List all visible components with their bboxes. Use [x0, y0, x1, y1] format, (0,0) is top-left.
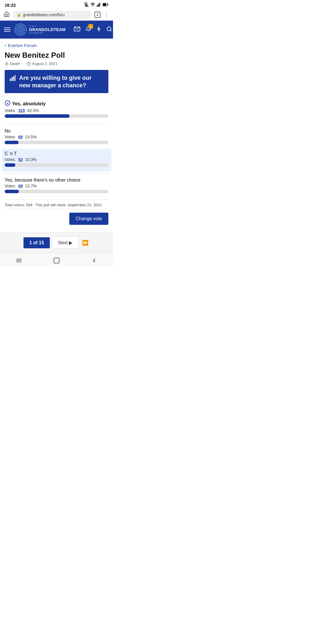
svg-point-18	[6, 62, 8, 64]
option-3-bar	[5, 163, 108, 167]
lightning-icon[interactable]	[97, 26, 101, 34]
svg-rect-9	[108, 4, 108, 5]
post-date-text: August 2, 2021	[32, 61, 57, 66]
post-author: Death	[5, 61, 20, 66]
divider-2	[5, 173, 108, 173]
main-content: ‹ Everton Forum New Benitez Poll Death ·…	[0, 39, 113, 232]
breadcrumb[interactable]: ‹ Everton Forum	[5, 43, 108, 48]
poll-option-2[interactable]: No Votes: 68 13.5%	[5, 126, 108, 149]
tabs-button[interactable]: 2	[94, 12, 101, 18]
back-arrow-icon[interactable]: ‹	[5, 43, 6, 48]
option-1-percent: 62.5%	[27, 108, 39, 113]
option-2-count: 68	[18, 135, 23, 139]
svg-rect-20	[10, 79, 11, 81]
status-time: 16:22	[5, 3, 16, 8]
url-bar[interactable]: 🔒 grandoldteam.com/foru	[13, 11, 92, 19]
status-bar: 16:22	[0, 0, 113, 9]
option-3-percent: 10.3%	[25, 157, 37, 162]
change-vote-row: Change vote	[5, 209, 108, 228]
author-name: Death	[10, 61, 20, 66]
svg-rect-28	[54, 258, 59, 263]
poll-question: Are you willing to give our new manager …	[19, 74, 104, 89]
svg-rect-22	[13, 76, 14, 81]
option-4-percent: 13.7%	[25, 184, 37, 188]
option-2-label: No	[5, 129, 108, 134]
svg-rect-5	[98, 4, 98, 7]
svg-rect-10	[103, 3, 106, 6]
battery-icon	[103, 3, 108, 7]
option-check-icon	[5, 100, 10, 107]
bottom-back-icon[interactable]	[91, 257, 98, 264]
option-3-count: 52	[18, 157, 23, 162]
signal-icon	[97, 3, 101, 8]
svg-point-3	[92, 6, 93, 7]
option-1-votes: Votes: 315 62.5%	[5, 108, 108, 113]
option-2-bar-fill	[5, 141, 19, 144]
option-4-count: 69	[18, 184, 23, 188]
status-icons	[84, 2, 108, 8]
next-label: Next	[58, 240, 68, 245]
logo-text: IT'S A GRANDOLDTEAM TO SUPPORT	[29, 25, 66, 34]
poll-banner: Are you willing to give our new manager …	[5, 70, 108, 93]
notifications-icon[interactable]: 1	[85, 26, 91, 34]
page-next-button[interactable]: Next ▶	[52, 237, 79, 249]
post-meta: Death · August 2, 2021	[5, 61, 108, 66]
option-4-label: Yes, because there's no other choice	[5, 178, 108, 183]
option-4-votes: Votes: 69 13.7%	[5, 184, 108, 188]
svg-marker-15	[97, 26, 100, 32]
option-3-bar-fill	[5, 163, 15, 167]
option-4-bar	[5, 190, 108, 193]
page-current[interactable]: 1 of 15	[23, 237, 50, 248]
option-1-label: Yes, absolutely	[12, 101, 46, 106]
option-1-bar-fill	[5, 114, 70, 118]
bottom-nav	[0, 253, 113, 267]
post-date: August 2, 2021	[27, 61, 57, 66]
site-header: IT'S A GRANDOLDTEAM TO SUPPORT 1	[0, 21, 113, 39]
svg-rect-6	[99, 3, 99, 7]
header-icons: 1	[74, 26, 112, 34]
option-4-bar-fill	[5, 190, 19, 193]
poll-options: Yes, absolutely Votes: 315 62.5% No Vote…	[5, 98, 108, 209]
mail-icon[interactable]	[74, 26, 80, 33]
option-2-percent: 13.5%	[25, 135, 37, 139]
bottom-home-icon[interactable]	[53, 257, 60, 264]
url-text: grandoldteam.com/foru	[23, 12, 65, 17]
svg-rect-7	[99, 3, 100, 7]
change-vote-button[interactable]: Change vote	[69, 213, 108, 225]
hamburger-menu[interactable]	[4, 28, 10, 32]
page-title: New Benitez Poll	[5, 51, 108, 60]
option-1-count: 315	[18, 108, 25, 113]
poll-footer: Total voters: 504 · This poll will close…	[5, 200, 108, 209]
logo-circle	[14, 23, 27, 36]
svg-point-16	[107, 27, 111, 30]
poll-option-4[interactable]: Yes, because there's no other choice Vot…	[5, 175, 108, 198]
option-2-bar	[5, 141, 108, 144]
logo-support: TO SUPPORT	[29, 32, 66, 34]
lock-icon: 🔒	[17, 13, 21, 17]
divider-1	[5, 124, 108, 124]
browser-bar: 🔒 grandoldteam.com/foru 2 ⋮	[0, 9, 113, 21]
option-2-votes: Votes: 68 13.5%	[5, 135, 108, 139]
fast-forward-icon[interactable]: ⏩	[81, 238, 90, 247]
poll-option-1[interactable]: Yes, absolutely Votes: 315 62.5%	[5, 98, 108, 122]
notification-badge: 1	[88, 24, 93, 29]
mute-icon	[84, 2, 89, 8]
home-icon[interactable]	[3, 11, 10, 19]
breadcrumb-text[interactable]: Everton Forum	[8, 43, 37, 48]
svg-rect-4	[97, 5, 97, 7]
bottom-menu-icon[interactable]	[15, 257, 22, 264]
poll-icon	[9, 75, 16, 84]
option-3-votes: Votes: 52 10.3%	[5, 157, 108, 162]
option-3-label: C 'n T	[5, 151, 108, 156]
wifi-icon	[90, 3, 95, 8]
svg-rect-21	[12, 77, 13, 81]
next-arrow-icon: ▶	[69, 240, 72, 245]
browser-menu-button[interactable]: ⋮	[103, 11, 110, 18]
svg-rect-23	[15, 75, 16, 81]
search-icon[interactable]	[106, 26, 112, 33]
option-1-bar	[5, 114, 108, 118]
poll-option-3[interactable]: C 'n T Votes: 52 10.3%	[2, 149, 111, 171]
svg-line-17	[110, 30, 111, 31]
site-logo[interactable]: IT'S A GRANDOLDTEAM TO SUPPORT	[14, 23, 66, 36]
logo-name: GRANDOLDTEAM	[29, 28, 66, 32]
